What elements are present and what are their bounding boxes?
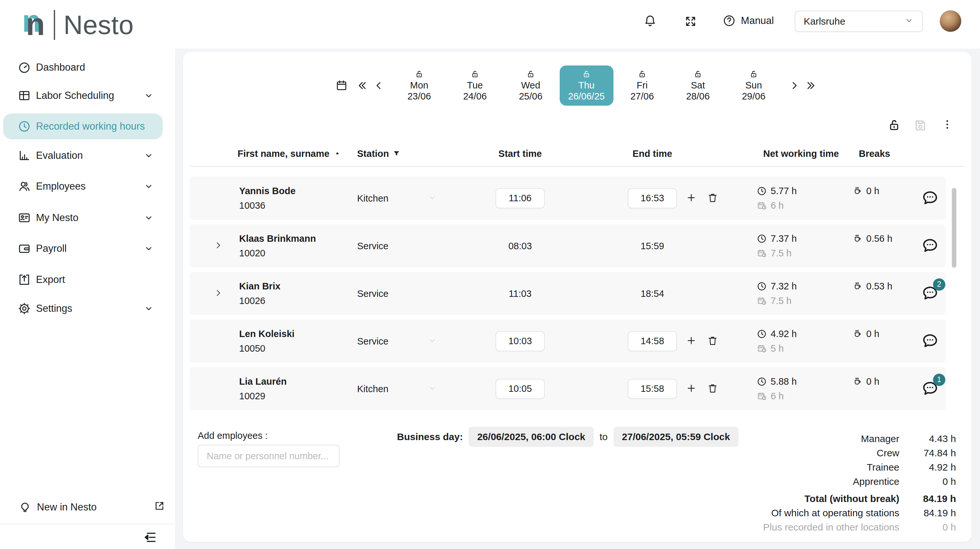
day-button-sun[interactable]: Sun29/06 — [727, 65, 781, 106]
day-button-wed[interactable]: Wed25/06 — [504, 65, 558, 106]
add-time-entry-button[interactable] — [686, 192, 697, 205]
external-link-icon[interactable] — [154, 500, 165, 512]
station-chevron-icon[interactable] — [428, 336, 437, 347]
logo-text: Nesto — [64, 10, 134, 40]
end-time-input[interactable] — [628, 331, 677, 351]
calendar-icon[interactable] — [336, 80, 348, 92]
summary-value: 4.43 h — [899, 433, 956, 444]
summary-label: Total (without break) — [638, 493, 899, 504]
station-chevron-icon[interactable] — [428, 384, 437, 394]
fullscreen-icon — [684, 15, 697, 28]
summary-row: Trainee4.92 h — [638, 460, 956, 474]
day-name: Thu — [579, 80, 595, 91]
add-employee-input[interactable] — [198, 445, 340, 467]
next-day-button[interactable] — [789, 80, 800, 91]
employee-row: Lia Laurén10029Kitchen5.88 h6 h0 h1 — [189, 367, 946, 410]
more-options-button[interactable] — [941, 118, 953, 132]
add-time-entry-button[interactable] — [686, 335, 697, 347]
station-chevron-icon[interactable] — [428, 193, 437, 204]
day-date: 29/06 — [742, 91, 765, 102]
logo-divider — [54, 10, 55, 40]
column-header-station[interactable]: Station — [357, 146, 401, 161]
day-button-tue[interactable]: Tue24/06 — [448, 65, 502, 106]
day-buttons: Mon23/06Tue24/06Wed25/06Thu26/06/25Fri27… — [393, 65, 781, 106]
start-time-input[interactable] — [495, 331, 545, 351]
comments-button[interactable] — [921, 237, 939, 255]
sidebar-item-label: Employees — [36, 180, 86, 192]
comments-button[interactable] — [921, 189, 939, 208]
employee-row: Len Koleiski10050Service4.92 h5 h0 h — [189, 320, 946, 363]
lock-day-button[interactable] — [887, 118, 901, 133]
employee-name: Yannis Bode — [239, 186, 296, 196]
sidebar-item-recorded-working-hours[interactable]: Recorded working hours — [3, 113, 163, 139]
trash-icon — [707, 192, 719, 204]
sidebar-item-dashboard[interactable]: Dashboard — [3, 54, 163, 80]
chat-bubble-icon — [921, 332, 939, 349]
day-button-fri[interactable]: Fri27/06 — [616, 65, 669, 106]
notifications-button[interactable] — [643, 14, 657, 29]
expand-row-button[interactable] — [213, 240, 223, 251]
fullscreen-button[interactable] — [684, 15, 697, 29]
sidebar: n n Nesto DashboardLabor SchedulingRecor… — [0, 0, 175, 549]
business-day-start[interactable]: 26/06/2025, 06:00 Clock — [469, 427, 594, 447]
sidebar-item-labor-scheduling[interactable]: Labor Scheduling — [3, 83, 163, 108]
comments-button[interactable]: 2 — [921, 284, 939, 303]
summary-value: 0 h — [899, 522, 956, 533]
day-button-thu[interactable]: Thu26/06/25 — [560, 65, 614, 106]
grid-icon — [18, 89, 31, 102]
comments-button[interactable]: 1 — [921, 379, 939, 398]
coffee-cup-icon — [852, 377, 862, 387]
next-week-button[interactable] — [806, 80, 817, 91]
employee-number: 10050 — [239, 343, 294, 354]
sidebar-item-payroll[interactable]: Payroll — [3, 236, 163, 261]
sidebar-item-evaluation[interactable]: Evaluation — [3, 143, 163, 169]
sidebar-item-new-in-nesto[interactable]: New in Nesto — [3, 494, 165, 520]
day-button-sat[interactable]: Sat28/06 — [671, 65, 725, 106]
recorded-hours-panel: Mon23/06Tue24/06Wed25/06Thu26/06/25Fri27… — [183, 52, 972, 542]
column-header-breaks: Breaks — [859, 146, 890, 161]
nesto-logo[interactable]: n n Nesto — [26, 7, 134, 43]
start-time-input[interactable] — [495, 188, 545, 208]
clock-icon — [757, 377, 767, 387]
day-name: Sat — [691, 80, 705, 91]
user-avatar[interactable] — [940, 10, 961, 32]
save-button[interactable] — [913, 118, 928, 134]
end-time-value: 15:59 — [641, 240, 664, 251]
add-time-entry-button[interactable] — [686, 383, 697, 395]
table-scrollbar[interactable] — [952, 188, 956, 268]
wallet-icon — [18, 242, 31, 255]
sidebar-item-my-nesto[interactable]: My Nesto — [3, 205, 163, 231]
previous-day-button[interactable] — [373, 80, 384, 91]
sidebar-item-employees[interactable]: Employees — [3, 173, 163, 199]
delete-time-entry-button[interactable] — [707, 335, 719, 348]
chevron-down-icon — [904, 16, 914, 25]
day-button-mon[interactable]: Mon23/06 — [393, 65, 446, 106]
station-select[interactable]: Kitchen — [357, 193, 388, 204]
location-select[interactable]: Karlsruhe — [795, 11, 923, 32]
end-time-input[interactable] — [628, 188, 677, 208]
net-working-time: 5.88 h — [771, 376, 797, 387]
collapse-sidebar-button[interactable] — [143, 530, 157, 546]
chart-icon — [18, 149, 31, 162]
manual-button[interactable]: Manual — [723, 14, 774, 27]
end-time-input[interactable] — [628, 379, 677, 399]
delete-time-entry-button[interactable] — [707, 382, 719, 395]
employee-row: Yannis Bode10036Kitchen5.77 h6 h0 h — [189, 177, 946, 220]
comments-button[interactable] — [921, 332, 939, 351]
delete-time-entry-button[interactable] — [707, 192, 719, 205]
column-header-name[interactable]: First name, surname — [237, 146, 341, 161]
previous-week-button[interactable] — [356, 80, 368, 91]
chevron-down-icon — [144, 244, 154, 253]
unlock-icon — [415, 70, 423, 78]
table-header-divider — [189, 166, 965, 167]
start-time-input[interactable] — [495, 379, 545, 399]
net-working-time-cell: 5.77 h6 h — [757, 186, 797, 211]
station-select[interactable]: Kitchen — [357, 384, 388, 394]
expand-row-button[interactable] — [213, 288, 223, 299]
sidebar-item-label: Recorded working hours — [36, 121, 145, 132]
summary-value: 4.92 h — [899, 462, 956, 473]
sidebar-item-export[interactable]: Export — [3, 267, 163, 293]
station-select[interactable]: Service — [357, 336, 388, 347]
day-date: 27/06 — [630, 91, 654, 102]
sidebar-item-settings[interactable]: Settings — [3, 296, 163, 321]
